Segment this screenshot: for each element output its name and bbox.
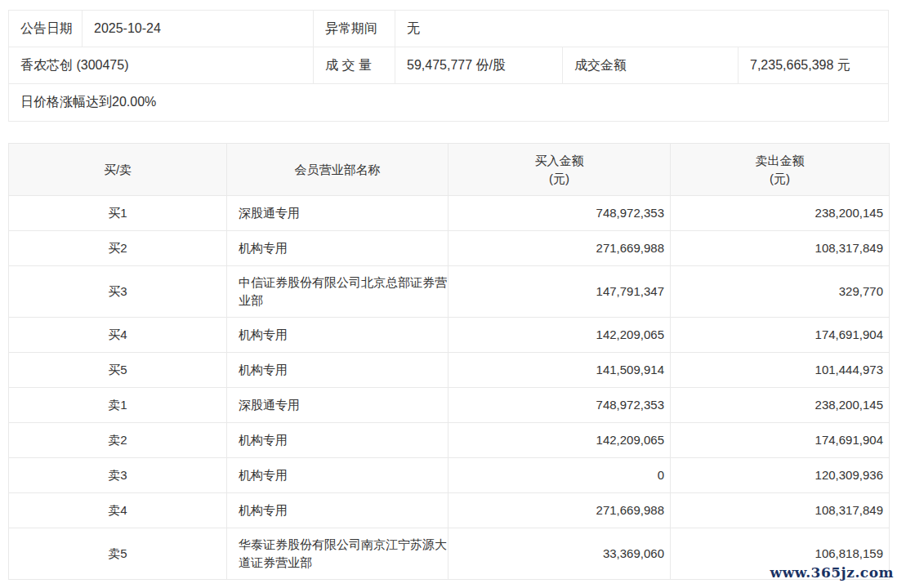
sell-amount-cell: 174,691,904 (671, 318, 890, 353)
turnover-label: 成交金额 (563, 47, 739, 83)
page: 公告日期 2025-10-24 异常期间 无 香农芯创 (300475) 成 交… (0, 0, 897, 588)
abnormal-period-value: 无 (395, 11, 888, 47)
broker-cell: 机构专用 (227, 423, 448, 458)
info-row-reason: 日价格涨幅达到20.00% (9, 84, 888, 121)
sell-amount-cell: 120,309,936 (671, 458, 890, 493)
sell-amount-cell: 238,200,145 (671, 196, 890, 231)
buy-amount-header-text: 买入金额 (448, 152, 670, 170)
buy-amount-cell: 147,791,347 (448, 266, 671, 318)
side-cell: 买1 (9, 196, 227, 231)
buy-amount-header-unit: (元) (448, 170, 670, 188)
lhb-table-body: 买1 深股通专用 748,972,353 238,200,145 买2 机构专用… (9, 196, 890, 580)
col-header-sell-amount: 卖出金额 (元) (671, 144, 890, 196)
table-row: 买2 机构专用 271,669,988 108,317,849 (9, 231, 890, 266)
announce-date-label: 公告日期 (9, 11, 83, 47)
info-row-volume: 香农芯创 (300475) 成 交 量 59,475,777 份/股 成交金额 … (9, 47, 888, 84)
sell-amount-cell: 329,770 (671, 266, 890, 318)
sell-amount-header-unit: (元) (671, 170, 889, 188)
buy-amount-cell: 271,669,988 (448, 493, 671, 528)
buy-amount-cell: 141,509,914 (448, 353, 671, 388)
side-cell: 买4 (9, 318, 227, 353)
buy-amount-cell: 142,209,065 (448, 318, 671, 353)
table-row: 卖3 机构专用 0 120,309,936 (9, 458, 890, 493)
side-cell: 卖2 (9, 423, 227, 458)
stock-info-panel: 公告日期 2025-10-24 异常期间 无 香农芯创 (300475) 成 交… (8, 10, 889, 122)
info-row-announce: 公告日期 2025-10-24 异常期间 无 (9, 11, 888, 47)
buy-amount-cell: 0 (448, 458, 671, 493)
side-cell: 卖1 (9, 388, 227, 423)
side-cell: 卖4 (9, 493, 227, 528)
lhb-header-row: 买/卖 会员营业部名称 买入金额 (元) 卖出金额 (元) (9, 144, 890, 196)
col-header-buy-amount: 买入金额 (元) (448, 144, 671, 196)
abnormal-period-label: 异常期间 (314, 11, 395, 47)
broker-cell: 机构专用 (227, 458, 448, 493)
lhb-table: 买/卖 会员营业部名称 买入金额 (元) 卖出金额 (元) 买1 深股通专用 7… (8, 143, 890, 580)
col-header-side: 买/卖 (9, 144, 227, 196)
buy-amount-cell: 748,972,353 (448, 196, 671, 231)
table-row: 买4 机构专用 142,209,065 174,691,904 (9, 318, 890, 353)
buy-amount-cell: 142,209,065 (448, 423, 671, 458)
side-cell: 买5 (9, 353, 227, 388)
table-row: 买3 中信证券股份有限公司北京总部证券营业部 147,791,347 329,7… (9, 266, 890, 318)
side-cell: 卖3 (9, 458, 227, 493)
table-row: 卖4 机构专用 271,669,988 108,317,849 (9, 493, 890, 528)
sell-amount-cell: 108,317,849 (671, 231, 890, 266)
table-row: 买1 深股通专用 748,972,353 238,200,145 (9, 196, 890, 231)
table-row: 卖2 机构专用 142,209,065 174,691,904 (9, 423, 890, 458)
buy-amount-cell: 271,669,988 (448, 231, 671, 266)
volume-label: 成 交 量 (314, 47, 395, 83)
broker-cell: 机构专用 (227, 493, 448, 528)
table-row: 买5 机构专用 141,509,914 101,444,973 (9, 353, 890, 388)
sell-amount-cell: 174,691,904 (671, 423, 890, 458)
broker-cell: 中信证券股份有限公司北京总部证券营业部 (227, 266, 448, 318)
watermark: www.365jz.com (770, 564, 895, 581)
broker-cell: 华泰证券股份有限公司南京江宁苏源大道证券营业部 (227, 528, 448, 580)
broker-cell: 机构专用 (227, 318, 448, 353)
price-change-note: 日价格涨幅达到20.00% (9, 84, 888, 121)
stock-name: 香农芯创 (300475) (9, 47, 314, 83)
side-cell: 买2 (9, 231, 227, 266)
sell-amount-cell: 238,200,145 (671, 388, 890, 423)
sell-amount-cell: 108,317,849 (671, 493, 890, 528)
buy-amount-cell: 748,972,353 (448, 388, 671, 423)
col-header-broker: 会员营业部名称 (227, 144, 448, 196)
broker-cell: 深股通专用 (227, 388, 448, 423)
buy-amount-cell: 33,369,060 (448, 528, 671, 580)
broker-cell: 机构专用 (227, 231, 448, 266)
sell-amount-header-text: 卖出金额 (671, 152, 889, 170)
turnover-value: 7,235,665,398 元 (739, 47, 888, 83)
table-row: 卖5 华泰证券股份有限公司南京江宁苏源大道证券营业部 33,369,060 10… (9, 528, 890, 580)
side-cell: 卖5 (9, 528, 227, 580)
broker-cell: 机构专用 (227, 353, 448, 388)
announce-date-value: 2025-10-24 (83, 11, 314, 47)
broker-cell: 深股通专用 (227, 196, 448, 231)
sell-amount-cell: 101,444,973 (671, 353, 890, 388)
volume-value: 59,475,777 份/股 (395, 47, 563, 83)
side-cell: 买3 (9, 266, 227, 318)
table-row: 卖1 深股通专用 748,972,353 238,200,145 (9, 388, 890, 423)
